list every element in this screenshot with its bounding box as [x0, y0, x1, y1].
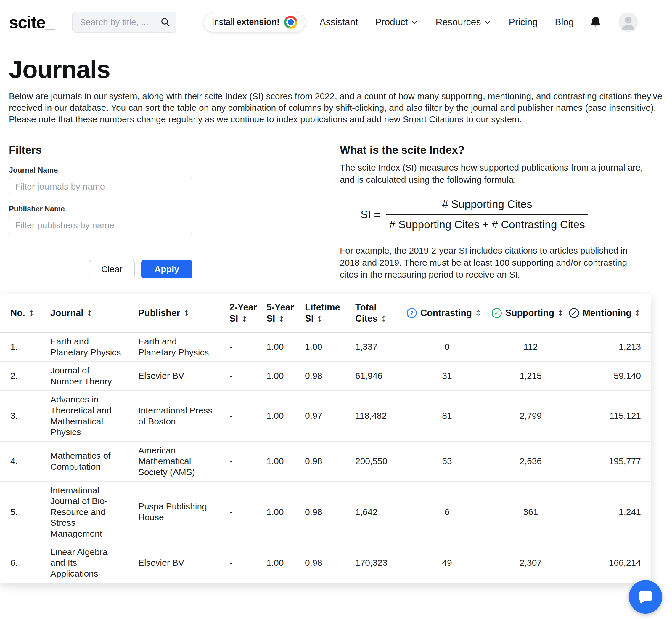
si-formula: SI = # Supporting Cites # Supporting Cit… — [361, 198, 651, 231]
cell-mentioning: 115,121 — [573, 391, 651, 441]
cell-5-year-si: 1.00 — [267, 481, 305, 543]
cell-contrasting: 53 — [405, 441, 489, 481]
cell-lifetime-si: 0.98 — [305, 481, 355, 543]
scite-index-example: For example, the 2019 2-year SI includes… — [340, 245, 639, 281]
col-header-total-cites[interactable]: Total Cites↕ — [355, 294, 405, 333]
col-header-supporting[interactable]: ✓ Supporting ↕ — [489, 294, 573, 333]
search-box[interactable] — [72, 12, 176, 32]
cell-total-cites: 1,337 — [355, 333, 405, 362]
cell-mentioning: 1,213 — [573, 333, 651, 362]
journal-name-input[interactable] — [9, 178, 193, 195]
chrome-icon — [284, 16, 297, 29]
cell-5-year-si: 1.00 — [267, 333, 305, 362]
cell-5-year-si: 1.00 — [267, 441, 305, 481]
table-row: 5. International Journal of Bio-Resource… — [0, 481, 651, 543]
table-row: 3. Advances in Theoretical and Mathemati… — [0, 391, 651, 441]
cell-contrasting: 6 — [405, 481, 489, 543]
nav-item-product[interactable]: Product — [375, 17, 418, 27]
primary-nav: Assistant Product Resources Pricing Blog — [319, 17, 574, 27]
nav-item-pricing[interactable]: Pricing — [509, 17, 538, 27]
journals-table: No.↕ Journal↕ Publisher↕ 2-Year SI↕ 5-Ye… — [0, 294, 651, 583]
page-intro: Below are journals in our system, along … — [9, 90, 663, 125]
sort-icon: ↕ — [86, 309, 93, 318]
chevron-down-icon — [410, 18, 418, 26]
cell-journal: Earth and Planetary Physics — [50, 333, 138, 362]
filters-panel: Filters Journal Name Publisher Name Clea… — [9, 144, 193, 281]
search-icon — [160, 17, 171, 27]
nav-item-blog[interactable]: Blog — [555, 17, 574, 27]
cell-total-cites: 200,550 — [355, 441, 405, 481]
cell-no: 5. — [0, 481, 50, 543]
col-header-mentioning[interactable]: Mentioning ↕ — [573, 294, 651, 333]
col-header-lifetime-si[interactable]: Lifetime SI↕ — [305, 294, 355, 333]
bell-icon — [589, 16, 602, 29]
cell-lifetime-si: 1.00 — [305, 333, 355, 362]
cell-publisher: Elsevier BV — [138, 543, 229, 583]
apply-button[interactable]: Apply — [141, 260, 193, 278]
install-extension-label: Install extension! — [212, 17, 280, 27]
col-header-journal[interactable]: Journal↕ — [50, 294, 138, 333]
cell-no: 1. — [0, 333, 50, 362]
cell-publisher: Elsevier BV — [138, 362, 229, 391]
page-title: Journals — [9, 55, 663, 84]
cell-lifetime-si: 0.98 — [305, 441, 355, 481]
cell-mentioning: 195,777 — [573, 441, 651, 481]
table-row: 4. Mathematics of Computation American M… — [0, 441, 651, 481]
col-header-contrasting[interactable]: ? Contrasting ↕ — [405, 294, 489, 333]
journals-table-card: No.↕ Journal↕ Publisher↕ 2-Year SI↕ 5-Ye… — [0, 294, 651, 583]
install-extension-button[interactable]: Install extension! — [204, 12, 305, 32]
cell-mentioning: 1,241 — [573, 481, 651, 543]
col-header-no[interactable]: No.↕ — [0, 294, 50, 333]
col-header-publisher[interactable]: Publisher↕ — [138, 294, 229, 333]
journal-name-label: Journal Name — [9, 166, 193, 175]
sort-icon: ↕ — [557, 308, 564, 318]
chevron-down-icon — [484, 18, 492, 26]
cell-total-cites: 1,642 — [355, 481, 405, 543]
clear-button[interactable]: Clear — [89, 260, 135, 278]
cell-supporting: 2,799 — [489, 391, 573, 441]
cell-publisher: Earth and Planetary Physics — [138, 333, 229, 362]
cell-5-year-si: 1.00 — [267, 362, 305, 391]
cell-journal: Journal of Number Theory — [50, 362, 138, 391]
cell-journal: Advances in Theoretical and Mathematical… — [50, 391, 138, 441]
nav-item-resources[interactable]: Resources — [436, 17, 492, 27]
cell-journal: Mathematics of Computation — [50, 441, 138, 481]
sort-icon: ↕ — [634, 308, 641, 318]
cell-2-year-si: - — [229, 543, 267, 583]
cell-mentioning: 166,214 — [573, 543, 651, 583]
cell-no: 4. — [0, 441, 50, 481]
sort-icon: ↕ — [241, 315, 247, 324]
formula-lhs: SI = — [361, 208, 380, 221]
sort-icon: ↕ — [475, 308, 481, 318]
col-header-2-year-si[interactable]: 2-Year SI↕ — [229, 294, 267, 333]
cell-journal: International Journal of Bio-Resource an… — [50, 481, 138, 543]
scite-index-panel: What is the scite Index? The scite Index… — [340, 144, 651, 281]
cell-publisher: International Press of Boston — [138, 391, 229, 441]
cell-2-year-si: - — [229, 481, 267, 543]
cell-contrasting: 49 — [405, 543, 489, 583]
cell-contrasting: 31 — [405, 362, 489, 391]
cell-5-year-si: 1.00 — [267, 543, 305, 583]
notifications-bell-button[interactable] — [589, 16, 602, 29]
formula-denominator: # Supporting Cites + # Contrasting Cites — [386, 214, 588, 231]
cell-lifetime-si: 0.98 — [305, 362, 355, 391]
publisher-name-input[interactable] — [9, 217, 193, 234]
cell-no: 6. — [0, 543, 50, 583]
logo[interactable]: scite_ — [9, 12, 54, 32]
sort-icon: ↕ — [278, 315, 285, 324]
cell-supporting: 2,307 — [489, 543, 573, 583]
col-header-5-year-si[interactable]: 5-Year SI↕ — [267, 294, 305, 333]
cell-2-year-si: - — [229, 362, 267, 391]
sort-icon: ↕ — [316, 315, 323, 324]
chat-icon — [637, 589, 654, 606]
supporting-icon: ✓ — [492, 308, 502, 318]
sort-icon: ↕ — [28, 309, 34, 318]
cell-publisher: American Mathematical Society (AMS) — [138, 441, 229, 481]
avatar[interactable] — [618, 12, 638, 32]
cell-2-year-si: - — [229, 391, 267, 441]
nav-item-assistant[interactable]: Assistant — [319, 17, 358, 27]
cell-5-year-si: 1.00 — [267, 391, 305, 441]
cell-publisher: Puspa Publishing House — [138, 481, 229, 543]
search-input[interactable] — [80, 17, 160, 27]
chat-launcher-button[interactable] — [629, 580, 662, 614]
